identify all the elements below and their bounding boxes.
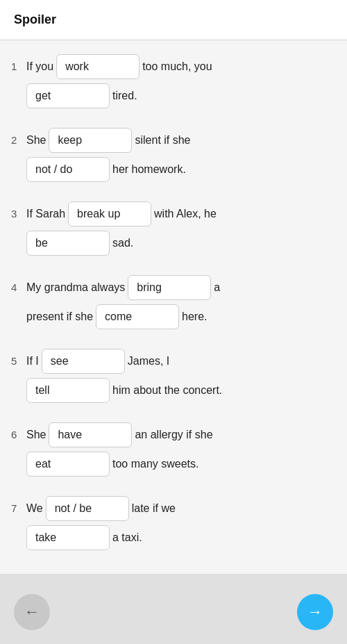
sentence-row-continuation: tellhim about the concert.	[11, 378, 336, 403]
sentence-text: a taxi.	[112, 529, 142, 546]
answer-box[interactable]: keep	[49, 128, 132, 153]
answer-box[interactable]: come	[96, 304, 179, 329]
answer-box[interactable]: get	[26, 83, 110, 108]
sentence-text: her homework.	[112, 161, 186, 178]
header-title: Spoiler	[14, 13, 56, 26]
sentence-text: too much, you	[142, 58, 212, 75]
sentence-number: 6	[11, 427, 22, 443]
sentence-text: If you	[26, 58, 53, 75]
sentence-text: She	[26, 427, 46, 443]
answer-box[interactable]: take	[26, 525, 110, 550]
sentence-row-continuation: gettired.	[11, 83, 336, 108]
answer-box[interactable]: see	[42, 349, 125, 374]
sentence-row: 2Shekeepsilent if she	[11, 128, 336, 153]
answer-box[interactable]: break up	[68, 201, 151, 226]
answer-box[interactable]: have	[49, 422, 132, 447]
sentence-number: 7	[11, 501, 22, 517]
sentence-number: 2	[11, 133, 22, 149]
sentence-text: She	[26, 132, 46, 149]
sentence-row: 3If Sarahbreak upwith Alex, he	[11, 201, 336, 226]
sentence-text: If Sarah	[26, 206, 65, 222]
answer-box[interactable]: be	[26, 231, 110, 256]
sentence-text: here.	[182, 308, 207, 325]
sentence-text: We	[26, 500, 43, 517]
sentence-number: 3	[11, 206, 22, 222]
sentence-text: late if we	[132, 500, 176, 517]
answer-box[interactable]: bring	[128, 275, 211, 300]
sentence-number: 4	[11, 280, 22, 296]
forward-button[interactable]: →	[297, 594, 333, 630]
sentence-block: 5If IseeJames, Itellhim about the concer…	[11, 342, 336, 411]
sentence-block: 4My grandma alwaysbringapresent if sheco…	[11, 268, 336, 338]
sentence-row-continuation: eattoo many sweets.	[11, 452, 336, 477]
sentence-row: 5If IseeJames, I	[11, 349, 336, 374]
sentence-row: 4My grandma alwaysbringa	[11, 275, 336, 300]
answer-box[interactable]: work	[56, 54, 139, 79]
sentence-number: 1	[11, 59, 22, 75]
back-button[interactable]: ←	[14, 594, 50, 630]
sentence-text: James, I	[128, 353, 169, 370]
sentence-row-continuation: not / doher homework.	[11, 157, 336, 182]
sentence-text: with Alex, he	[154, 206, 217, 222]
sentence-block: 3If Sarahbreak upwith Alex, hebesad.	[11, 195, 336, 264]
sentence-text: My grandma always	[26, 279, 125, 296]
sentence-row-continuation: takea taxi.	[11, 525, 336, 550]
sentence-block: 2Shekeepsilent if shenot / doher homewor…	[11, 121, 336, 190]
answer-box[interactable]: eat	[26, 452, 110, 477]
content: 1If youworktoo much, yougettired.2Shekee…	[0, 40, 347, 574]
sentence-row: 6Shehavean allergy if she	[11, 422, 336, 447]
answer-box[interactable]: not / be	[46, 496, 129, 521]
answer-box[interactable]: tell	[26, 378, 110, 403]
sentence-text: silent if she	[135, 132, 190, 149]
sentence-block: 1If youworktoo much, yougettired.	[11, 47, 336, 117]
sentence-text: too many sweets.	[112, 456, 199, 472]
sentence-number: 5	[11, 354, 22, 370]
sentence-block: 6Shehavean allergy if sheeattoo many swe…	[11, 415, 336, 485]
bottom-navigation: ← →	[0, 584, 347, 644]
sentence-row-continuation: present if shecomehere.	[11, 304, 336, 329]
sentence-text: sad.	[112, 235, 133, 251]
sentence-text: present if she	[26, 308, 93, 325]
answer-box[interactable]: not / do	[26, 157, 110, 182]
sentence-block: 7Wenot / belate if wetakea taxi.	[11, 489, 336, 559]
sentence-text: If I	[26, 353, 39, 370]
sentence-row-continuation: besad.	[11, 231, 336, 256]
sentence-row: 7Wenot / belate if we	[11, 496, 336, 521]
sentence-text: a	[214, 279, 220, 296]
sentence-text: an allergy if she	[135, 427, 212, 443]
sentence-row: 1If youworktoo much, you	[11, 54, 336, 79]
header: Spoiler	[0, 0, 347, 40]
sentence-text: tired.	[112, 88, 137, 104]
sentence-text: him about the concert.	[112, 382, 222, 399]
